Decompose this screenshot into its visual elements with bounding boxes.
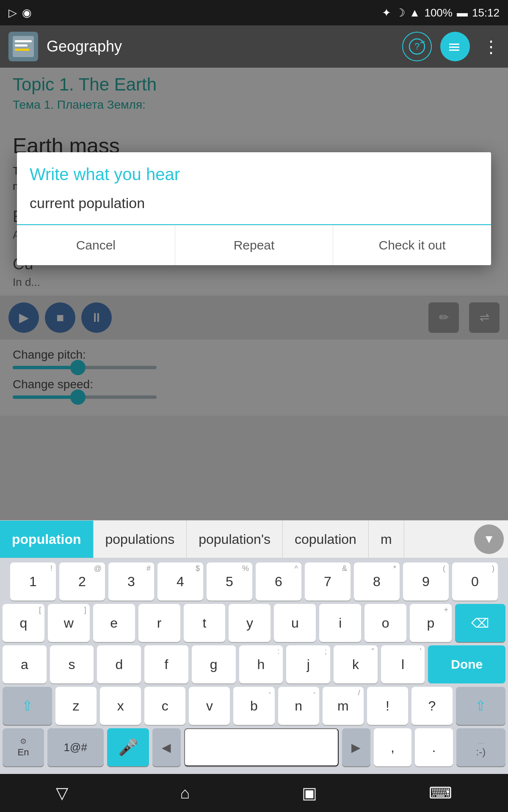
android-icon: ▷ <box>8 6 17 19</box>
key-g[interactable]: g <box>192 645 236 683</box>
key-l[interactable]: 'l <box>381 645 425 683</box>
period-key[interactable]: . <box>415 728 453 766</box>
help-list-icon[interactable]: ? <box>402 32 432 61</box>
key-h[interactable]: :h <box>239 645 283 683</box>
svg-point-11 <box>449 44 451 45</box>
key-5[interactable]: %5 <box>207 562 252 601</box>
status-bar: ▷ ◉ ✦ ☽ ▲ 100% ▬ 15:12 <box>0 0 508 25</box>
autocomplete-bar: population populations population's copu… <box>0 520 508 558</box>
arrow-left-key[interactable]: ◀ <box>152 728 180 766</box>
key-6[interactable]: ^6 <box>256 562 301 601</box>
overflow-menu-icon[interactable]: ⋮ <box>483 37 500 56</box>
comma-key[interactable]: , <box>374 728 412 766</box>
autocomplete-more-button[interactable]: ▼ <box>474 524 504 554</box>
svg-rect-2 <box>15 44 28 47</box>
svg-rect-1 <box>15 40 32 42</box>
keyboard-zxcv-row: ⇧ z x c v -b -n /m ! ? ⇧ <box>3 687 505 725</box>
cancel-button[interactable]: Cancel <box>17 225 175 265</box>
svg-rect-9 <box>451 47 459 48</box>
key-i[interactable]: i <box>319 604 361 642</box>
moon-icon: ☽ <box>395 6 405 19</box>
smiley-key[interactable]: ... :-) <box>456 728 505 766</box>
battery-icon: ▬ <box>457 6 468 19</box>
shift-right-key[interactable]: ⇧ <box>456 687 505 725</box>
content-area: Topic 1. The Earth Тема 1. Планета Земля… <box>0 68 508 520</box>
microphone-key[interactable]: 🎤 <box>107 728 149 766</box>
key-question[interactable]: ? <box>411 687 453 725</box>
key-b[interactable]: -b <box>233 687 274 725</box>
home-button[interactable]: ⌂ <box>180 784 190 802</box>
autocomplete-copulation[interactable]: copulation <box>283 521 369 558</box>
key-a[interactable]: a <box>3 645 47 683</box>
spacebar-key[interactable] <box>184 728 339 766</box>
svg-point-12 <box>449 47 451 48</box>
svg-text:?: ? <box>414 41 420 52</box>
key-4[interactable]: $4 <box>157 562 203 601</box>
key-f[interactable]: f <box>144 645 188 683</box>
key-3[interactable]: #3 <box>108 562 154 601</box>
app-title: Geography <box>47 38 394 55</box>
key-p[interactable]: +p <box>410 604 452 642</box>
key-k[interactable]: "k <box>334 645 378 683</box>
keyboard-asdf-row: a s d f g :h ;j "k 'l Done <box>3 645 505 683</box>
battery-text: 100% <box>424 6 453 19</box>
app-bar: Geography ? ⋮ <box>0 25 508 68</box>
backspace-key[interactable]: ⌫ <box>455 604 505 642</box>
key-j[interactable]: ;j <box>286 645 330 683</box>
list-icon[interactable] <box>440 32 470 61</box>
keyboard: !1 @2 #3 $4 %5 ^6 &7 *8 (9 )0 [q ]w e r … <box>0 558 508 774</box>
key-q[interactable]: [q <box>3 604 44 642</box>
key-d[interactable]: d <box>97 645 141 683</box>
key-e[interactable]: e <box>93 604 135 642</box>
key-c[interactable]: c <box>144 687 185 725</box>
done-key[interactable]: Done <box>428 645 505 683</box>
overlay <box>0 68 508 520</box>
autocomplete-population[interactable]: population <box>0 521 94 558</box>
repeat-button[interactable]: Repeat <box>175 225 333 265</box>
svg-rect-10 <box>451 49 459 51</box>
autocomplete-m[interactable]: m <box>369 521 404 558</box>
dialog-buttons: Cancel Repeat Check it out <box>17 225 491 265</box>
language-key[interactable]: ⚙ En <box>3 728 44 766</box>
bluetooth-icon: ✦ <box>382 6 391 19</box>
dialog-input[interactable] <box>30 192 478 214</box>
key-2[interactable]: @2 <box>59 562 105 601</box>
dialog-title: Write what you hear <box>17 152 491 192</box>
wifi-icon: ▲ <box>409 6 420 19</box>
autocomplete-populations[interactable]: populations <box>94 521 187 558</box>
key-z[interactable]: z <box>55 687 97 725</box>
key-t[interactable]: t <box>184 604 226 642</box>
key-8[interactable]: *8 <box>354 562 400 601</box>
key-0[interactable]: )0 <box>452 562 498 601</box>
key-n[interactable]: -n <box>278 687 319 725</box>
keyboard-button[interactable]: ⌨ <box>429 784 452 802</box>
back-button[interactable]: ▽ <box>56 784 68 802</box>
key-y[interactable]: y <box>229 604 271 642</box>
key-r[interactable]: r <box>138 604 180 642</box>
check-it-out-button[interactable]: Check it out <box>333 225 491 265</box>
time: 15:12 <box>472 6 500 19</box>
key-w[interactable]: ]w <box>48 604 90 642</box>
key-exclaim[interactable]: ! <box>367 687 408 725</box>
key-o[interactable]: o <box>364 604 406 642</box>
svg-rect-8 <box>451 44 459 45</box>
signal-icon: ◉ <box>22 6 32 19</box>
keyboard-bottom-row: ⚙ En 1@# 🎤 ◀ ▶ , . ... :-) <box>3 728 505 766</box>
key-m[interactable]: /m <box>323 687 364 725</box>
arrow-right-key[interactable]: ▶ <box>342 728 370 766</box>
svg-rect-3 <box>15 49 30 51</box>
key-s[interactable]: s <box>50 645 94 683</box>
key-9[interactable]: (9 <box>403 562 449 601</box>
svg-point-13 <box>449 49 451 51</box>
dialog: Write what you hear Cancel Repeat Check … <box>17 152 491 265</box>
symbols-key[interactable]: 1@# <box>47 728 104 766</box>
autocomplete-populations-apostrophe[interactable]: population's <box>187 521 283 558</box>
key-7[interactable]: &7 <box>305 562 351 601</box>
key-x[interactable]: x <box>100 687 141 725</box>
key-1[interactable]: !1 <box>10 562 56 601</box>
key-v[interactable]: v <box>189 687 230 725</box>
shift-left-key[interactable]: ⇧ <box>3 687 52 725</box>
key-u[interactable]: u <box>274 604 316 642</box>
recents-button[interactable]: ▣ <box>302 784 317 802</box>
keyboard-number-row: !1 @2 #3 $4 %5 ^6 &7 *8 (9 )0 <box>3 562 505 601</box>
